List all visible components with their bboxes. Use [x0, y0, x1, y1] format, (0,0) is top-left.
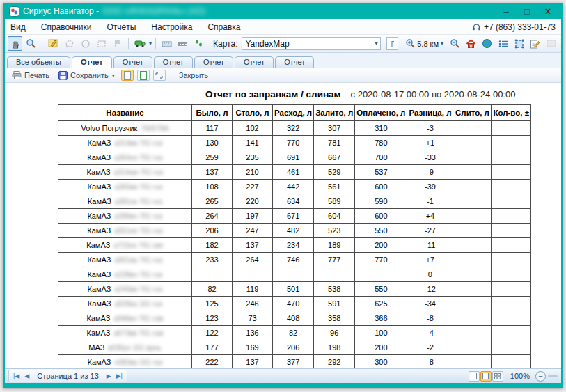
next-page-button[interactable]: ▶ [105, 373, 113, 379]
tab-3[interactable]: Отчет [154, 56, 193, 68]
zoom-select-button[interactable] [24, 36, 38, 51]
tab-5[interactable]: Отчет [235, 56, 274, 68]
column-header: Было, л [192, 105, 233, 121]
close-report-label: Закрыть [179, 71, 208, 79]
menu-spravochniki[interactable]: Справочники [41, 22, 92, 32]
table-row: КамАЗа396вн 761 rus264197671604600+4 [58, 209, 531, 224]
view-normal-button[interactable] [469, 371, 480, 382]
value-cell: +4 [407, 209, 453, 224]
window-title-redacted: ООО «ИНКАШРАНЬ» (АО) [102, 6, 205, 16]
view-multi-button[interactable] [492, 371, 503, 382]
save-button[interactable]: Сохранить ▾ [56, 70, 118, 81]
value-cell: 591 [314, 297, 355, 311]
headset-icon [472, 23, 481, 31]
vehicle-name-cell: Volvo Погрузчик760078А [58, 121, 192, 136]
table-row: КамАЗа539ка 161 rus125246470591625-34 [58, 297, 531, 311]
extra-tool-button[interactable] [544, 36, 558, 51]
value-cell [492, 311, 531, 326]
table-row: КамАЗа364но 761 rus259235691667700-33 [58, 150, 531, 165]
tab-0[interactable]: Все объекты [7, 56, 70, 68]
vehicle-name-cell: КамАЗн083ва 161 rus [58, 355, 192, 369]
vehicle-name: КамАЗ [87, 329, 111, 337]
menu-vid[interactable]: Вид [10, 22, 26, 32]
value-cell: 235 [233, 150, 273, 165]
value-cell: 523 [314, 224, 355, 238]
value-cell: 73 [233, 311, 273, 326]
print-button[interactable]: Печать [9, 70, 52, 80]
vehicle-name-cell: КамАЗа314ам 761 rus [58, 165, 192, 180]
tab-1-active[interactable]: Отчет [72, 56, 112, 68]
whole-page-button[interactable] [137, 70, 150, 81]
fit-view-button[interactable] [153, 70, 166, 81]
view-page-button[interactable] [480, 371, 492, 382]
value-cell: 461 [273, 165, 314, 180]
zoom-out-button[interactable] [448, 36, 462, 51]
globe-button[interactable] [480, 36, 494, 51]
table-row: МАЗв036ун 161 врнь177169206198200-2 [58, 340, 531, 355]
tab-4[interactable]: Отчет [194, 56, 233, 68]
rectangle-tool-button[interactable] [94, 36, 109, 51]
last-page-button[interactable]: ▶| [115, 373, 124, 379]
value-cell [453, 224, 492, 238]
value-cell: 265 [192, 194, 233, 209]
report-table: НазваниеБыло, лСтало, лРасход, лЗалито, … [58, 104, 531, 368]
home-button[interactable] [464, 36, 478, 51]
edit-note-button[interactable] [528, 36, 542, 51]
value-cell: 247 [233, 224, 273, 238]
redacted-plate: 760078А [141, 125, 168, 132]
tab-6[interactable]: Отчет [275, 56, 314, 68]
menu-otchety[interactable]: Отчёты [107, 22, 136, 32]
column-header: Стало, л [233, 105, 273, 121]
list-button[interactable] [496, 36, 510, 51]
value-cell [492, 180, 531, 194]
column-header: Кол-во, ± [492, 105, 531, 121]
selection-area-button[interactable] [512, 36, 526, 51]
search-box [386, 37, 398, 50]
page-width-button[interactable] [121, 70, 134, 81]
zoom-out-slider-button[interactable]: − [535, 371, 546, 382]
route-button[interactable] [175, 36, 190, 51]
track-button[interactable] [191, 36, 206, 51]
vehicle-name: КамАЗ [86, 241, 110, 249]
zoom-slider[interactable] [548, 375, 558, 377]
menu-spravka[interactable]: Справка [207, 22, 240, 32]
redacted-plate: а314ам 761 rus [114, 168, 164, 176]
map-select[interactable]: YandexMap ▾ [242, 37, 381, 50]
vehicle-name-cell: КамАЗа314вв 761 rus [58, 136, 192, 150]
redacted-plate: а723но 761 све [113, 242, 163, 249]
value-cell [453, 311, 492, 326]
table-row: КамАЗа723но 761 све182137234189200-11 [58, 238, 531, 253]
value-cell [492, 224, 531, 238]
support-phone: +7 (863) 333-01-73 [472, 22, 556, 32]
value-cell: -34 [407, 297, 453, 311]
value-cell: 198 [314, 340, 355, 355]
zoom-in-icon [405, 38, 416, 49]
save-dropdown-arrow[interactable]: ▾ [112, 72, 115, 79]
close-report-button[interactable]: Закрыть [176, 70, 211, 80]
maximize-button[interactable]: □ [517, 4, 537, 18]
report-toolbar: Печать Сохранить ▾ Закрыть [5, 68, 561, 83]
value-cell: 264 [233, 253, 273, 267]
tab-2[interactable]: Отчет [113, 56, 152, 68]
circle-tool-button[interactable] [78, 36, 93, 51]
minimize-button[interactable]: – [496, 4, 517, 18]
vehicle-dropdown-arrow[interactable]: ▾ [149, 40, 152, 47]
menu-nastroyka[interactable]: Настройка [151, 22, 192, 32]
value-cell [314, 267, 355, 282]
close-button[interactable]: ✕ [537, 4, 558, 18]
vehicle-button[interactable] [132, 36, 147, 51]
prev-page-button[interactable]: ◀ [23, 373, 31, 379]
pan-hand-button[interactable] [8, 36, 22, 51]
value-cell: 561 [314, 180, 355, 194]
polygon-tool-button[interactable] [62, 36, 77, 51]
view-mode-buttons [469, 371, 503, 382]
scale-control[interactable]: 5.8 км ▾ [405, 38, 443, 49]
search-input[interactable] [387, 40, 398, 48]
vehicle-name: КамАЗ [87, 358, 111, 366]
vehicle-name: КамАЗ [87, 212, 111, 220]
edit-map-button[interactable] [46, 36, 61, 51]
flag-tool-button[interactable] [110, 36, 125, 51]
ruler-button[interactable] [159, 36, 174, 51]
value-cell [453, 253, 492, 267]
first-page-button[interactable]: |◀ [12, 373, 21, 379]
